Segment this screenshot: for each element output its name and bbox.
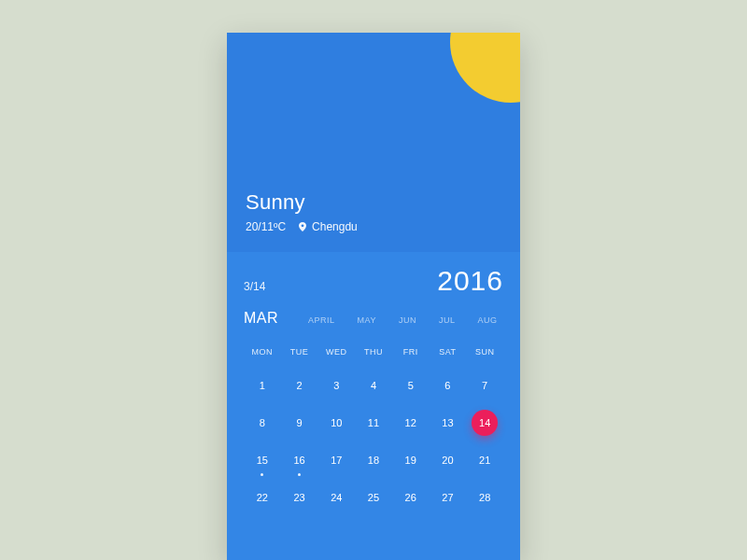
calendar-day[interactable]: 1 (244, 373, 281, 398)
calendar-day[interactable]: 13 (430, 411, 467, 435)
weather-temperature: 20/11ºC (246, 220, 286, 233)
day-of-week-label: SUN (466, 347, 503, 357)
month-tab[interactable]: MAY (358, 315, 376, 325)
calendar-day-selected[interactable]: 14 (466, 411, 503, 435)
day-of-week-label: SAT (430, 347, 467, 357)
location-pin-icon (299, 222, 306, 231)
calendar-day[interactable]: 11 (355, 411, 392, 435)
calendar-day[interactable]: 7 (466, 373, 503, 398)
month-tab[interactable]: AUG (477, 315, 497, 325)
day-of-week-label: THU (355, 347, 392, 357)
calendar-day[interactable]: 4 (355, 373, 392, 398)
weather-condition: Sunny (246, 190, 358, 215)
event-dot-icon (261, 473, 263, 476)
calendar-day[interactable]: 12 (392, 411, 430, 435)
calendar-day[interactable]: 16 (281, 448, 318, 472)
current-date-short: 3/14 (244, 280, 265, 293)
calendar-day[interactable]: 6 (430, 373, 467, 398)
month-tab[interactable]: JUL (439, 315, 456, 325)
weather-summary: Sunny 20/11ºC Chengdu (246, 190, 358, 233)
calendar-day[interactable]: 3 (317, 373, 355, 398)
weather-panel: Sunny 20/11ºC Chengdu (227, 33, 520, 252)
day-of-week-label: TUE (281, 347, 318, 357)
calendar-day[interactable]: 18 (355, 448, 392, 472)
calendar-day[interactable]: 24 (317, 485, 355, 510)
weather-calendar-app: Sunny 20/11ºC Chengdu 3/14 2016 MARAPRIL… (227, 33, 520, 560)
calendar-day[interactable]: 28 (466, 485, 503, 510)
calendar-day[interactable]: 9 (281, 411, 318, 435)
calendar-day[interactable]: 25 (355, 485, 392, 510)
calendar-day[interactable]: 27 (430, 485, 467, 510)
calendar-day[interactable]: 8 (244, 411, 281, 435)
weather-location: Chengdu (312, 220, 358, 233)
calendar-day[interactable]: 21 (466, 448, 503, 472)
month-picker[interactable]: MARAPRILMAYJUNJULAUG (244, 310, 503, 327)
calendar-day[interactable]: 26 (392, 485, 430, 510)
calendar-day[interactable]: 17 (317, 448, 355, 472)
day-of-week-label: WED (317, 347, 355, 357)
month-tab[interactable]: APRIL (308, 315, 335, 325)
calendar-day[interactable]: 5 (392, 373, 430, 398)
calendar-year[interactable]: 2016 (437, 265, 503, 297)
calendar-grid: 1234567891011121314151617181920212223242… (244, 373, 503, 510)
calendar-day[interactable]: 19 (392, 448, 430, 472)
day-of-week-header: MONTUEWEDTHUFRISATSUN (244, 347, 503, 357)
calendar-day[interactable]: 20 (430, 448, 467, 472)
calendar-day[interactable]: 2 (281, 373, 318, 398)
calendar-day[interactable]: 10 (317, 411, 355, 435)
sun-icon (450, 33, 520, 103)
month-tab[interactable]: JUN (399, 315, 416, 325)
calendar-day[interactable]: 22 (244, 485, 281, 510)
calendar-panel: 3/14 2016 MARAPRILMAYJUNJULAUG MONTUEWED… (227, 252, 520, 510)
day-of-week-label: MON (244, 347, 281, 357)
day-of-week-label: FRI (392, 347, 430, 357)
calendar-day[interactable]: 15 (244, 448, 281, 472)
event-dot-icon (298, 473, 301, 476)
month-tab-current[interactable]: MAR (244, 310, 278, 327)
calendar-day[interactable]: 23 (281, 485, 318, 510)
